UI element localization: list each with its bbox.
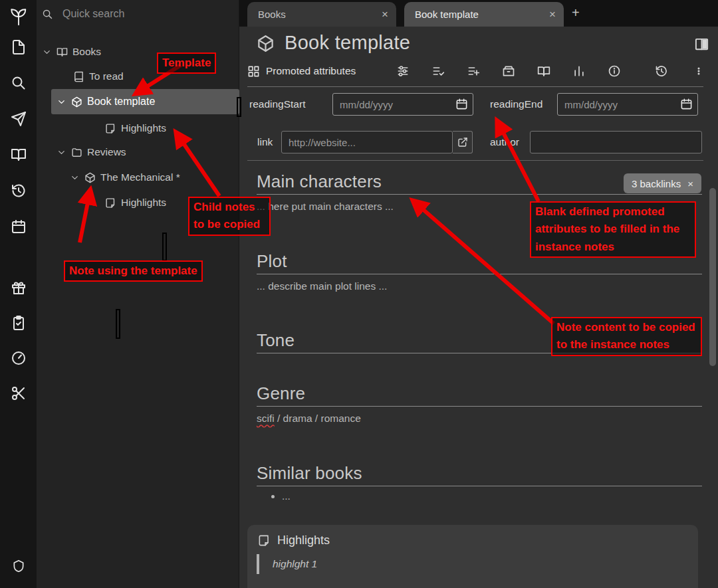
tree-item-label: Highlights (121, 197, 166, 209)
section-heading-tone: Tone (257, 330, 295, 351)
divider (247, 86, 703, 87)
genre-rest: / drama / romance (275, 413, 361, 424)
book-icon[interactable] (537, 64, 550, 78)
note-icon (105, 197, 116, 209)
dashboard-icon[interactable] (11, 350, 27, 366)
close-icon[interactable]: × (549, 9, 556, 20)
chevron-down-icon[interactable] (57, 147, 66, 157)
annotation-child-notes: Child notes to be copied (188, 197, 271, 236)
kebab-menu-icon[interactable] (694, 64, 703, 78)
heading-rule (257, 274, 702, 274)
tree-item-label: Books (72, 46, 101, 58)
chevron-down-icon[interactable] (57, 97, 66, 107)
note-icon (105, 123, 116, 134)
note-tree-panel: Quick search Books To read Book template… (37, 0, 239, 588)
section-heading-main-characters: Main characters (257, 171, 382, 192)
split-view-icon[interactable] (694, 37, 709, 52)
note-icon (258, 534, 271, 547)
cut-icon[interactable] (11, 385, 27, 401)
child-note-quote[interactable]: highlght 1 (273, 558, 317, 570)
external-link-icon (457, 137, 468, 147)
tab-label: Books (258, 9, 375, 20)
heading-rule (257, 486, 702, 486)
search-icon (42, 9, 53, 20)
recent-changes-icon[interactable] (11, 183, 27, 199)
backlinks-count: 3 backlinks (632, 178, 681, 189)
calendar-icon[interactable] (11, 219, 27, 235)
tree-item-books[interactable]: Books (42, 43, 101, 61)
close-icon[interactable]: × (687, 178, 693, 189)
jump-to-icon[interactable] (11, 111, 27, 127)
note-type-icon (257, 35, 275, 52)
heading-rule (257, 406, 702, 407)
quote-bar (257, 554, 259, 574)
books-icon[interactable] (11, 147, 27, 163)
tab-books[interactable]: Books × (247, 2, 396, 27)
scrollbar-thumb[interactable] (709, 188, 716, 366)
section-body[interactable]: ... describe main plot lines ... (257, 280, 387, 292)
section-heading-similar-books: Similar books (257, 463, 362, 484)
section-body-genre[interactable]: scifi / drama / romance (257, 413, 361, 425)
ribbon-tab-promoted-attributes[interactable]: Promoted attributes (247, 65, 356, 78)
tree-item-the-mechanical[interactable]: The Mechanical * (70, 168, 180, 187)
chevron-down-icon[interactable] (70, 173, 80, 183)
tree-item-label: To read (89, 70, 124, 82)
author-input[interactable] (530, 131, 702, 153)
ribbon-tab-label: Promoted attributes (266, 65, 356, 77)
grid-icon (247, 65, 260, 78)
bracket-mark (162, 233, 167, 261)
quick-search-placeholder: Quick search (62, 8, 124, 20)
bracket-mark (237, 97, 241, 117)
search-icon[interactable] (11, 75, 27, 91)
author-field-wrap (530, 131, 702, 153)
new-note-icon[interactable] (11, 39, 27, 55)
protected-session-icon[interactable] (12, 559, 25, 573)
annotation-note-using-template: Note using the template (64, 260, 203, 282)
reading-start-field-wrap (332, 93, 473, 116)
reading-start-input[interactable] (332, 93, 473, 116)
list-item[interactable]: ... (282, 490, 291, 502)
ribbon: Promoted attributes (247, 62, 703, 80)
bar-chart-icon[interactable] (572, 64, 586, 78)
reading-end-input[interactable] (557, 93, 698, 116)
tree-item-label: Book template (87, 96, 155, 108)
quick-search-input[interactable]: Quick search (42, 8, 124, 20)
tasks-icon[interactable] (11, 315, 27, 331)
bracket-mark (116, 309, 120, 339)
book-open-icon (57, 47, 68, 58)
tab-book-template[interactable]: Book template × (404, 2, 564, 27)
close-icon[interactable]: × (382, 9, 388, 20)
info-icon[interactable] (608, 64, 621, 78)
section-heading-plot: Plot (257, 251, 287, 272)
open-link-button[interactable] (453, 131, 473, 153)
archive-icon[interactable] (502, 64, 515, 78)
tree-item-highlights-2[interactable]: Highlights (105, 193, 166, 212)
template-cube-icon (84, 172, 96, 183)
chevron-down-icon[interactable] (42, 47, 52, 57)
tree-item-reviews[interactable]: Reviews (57, 143, 126, 161)
divider (247, 160, 703, 161)
launcher-rail (0, 0, 37, 588)
backlinks-badge[interactable]: 3 backlinks × (624, 173, 701, 193)
link-input[interactable] (281, 131, 453, 153)
book-icon (73, 71, 84, 82)
section-body[interactable]: ... here put main characters ... (257, 201, 394, 213)
misspelled-word: scifi (257, 413, 275, 424)
new-tab-button[interactable]: + (572, 5, 580, 21)
app-logo[interactable] (9, 7, 29, 27)
list-plus-icon[interactable] (467, 64, 480, 78)
tree-item-label: Reviews (87, 146, 126, 158)
tree-item-highlights[interactable]: Highlights (105, 119, 166, 138)
tree-item-book-template[interactable]: Book template (51, 89, 239, 114)
reading-end-label: readingEnd (490, 93, 542, 116)
tree-item-to-read[interactable]: To read (73, 67, 124, 86)
folder-icon (71, 147, 82, 158)
tab-label: Book template (415, 9, 542, 20)
list-check-icon[interactable] (431, 64, 445, 78)
child-note-link[interactable]: Highlights (258, 534, 330, 547)
gift-icon[interactable] (11, 280, 27, 296)
annotation-template: Template (157, 52, 216, 74)
history-icon[interactable] (655, 64, 668, 78)
tune-sliders-icon[interactable] (396, 64, 410, 78)
note-title[interactable]: Book template (285, 32, 410, 54)
